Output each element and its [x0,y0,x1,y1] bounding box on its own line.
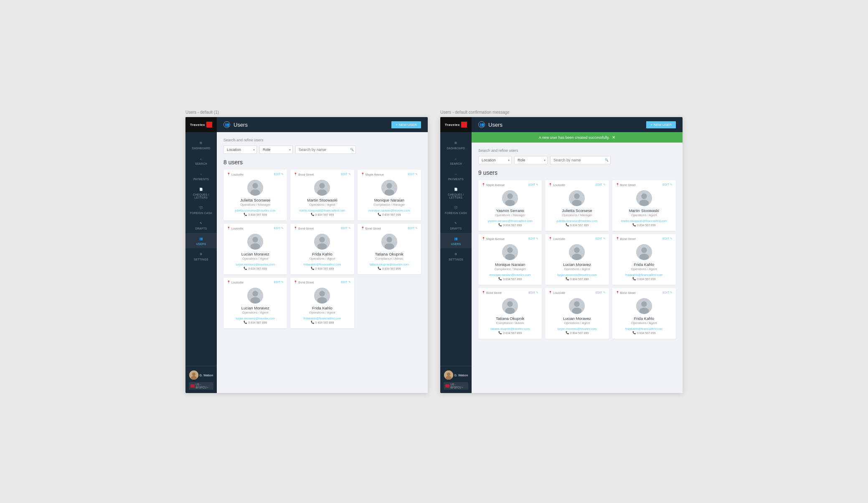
card-edit-button[interactable]: EDIT ✎ [341,281,351,284]
card-location: 📍 Louisville [227,281,244,284]
sidebar-item-payments[interactable]: ↔ PAYMENTS [440,168,472,184]
svg-point-26 [317,297,327,304]
user-profile[interactable]: G. Watson [442,369,470,381]
banner-close-button[interactable]: ✕ [612,135,615,140]
card-user-role: Operations / Agent [631,213,657,217]
card-user-email: julietta.scorsese@travelex.com [557,220,597,222]
card-edit-button[interactable]: EDIT ✎ [596,183,606,186]
card-user-name: Frida Kahlo [634,262,655,267]
card-edit-button[interactable]: EDIT ✎ [274,281,284,284]
card-user-email: monique.naraian@travelex.com [368,209,410,212]
user-profile[interactable]: G. Watson [187,369,215,381]
sidebar-item-foreign[interactable]: 💱 FOREIGN CASH [185,202,217,217]
card-user-name: Martin Stoowaski [629,208,659,213]
card-edit-button[interactable]: EDIT ✎ [529,237,539,240]
svg-point-47 [639,254,649,260]
location-filter[interactable]: Location [478,156,512,164]
search-input[interactable] [295,146,356,154]
location-filter[interactable]: Location [223,146,257,154]
card-user-role: Operations / Manager [495,213,525,217]
location-pin-icon: 📍 [616,237,619,240]
card-edit-button[interactable]: EDIT ✎ [341,173,351,176]
sidebar-item-users[interactable]: 👥 USERS [440,233,472,248]
card-edit-button[interactable]: EDIT ✎ [529,291,539,294]
new-user-button[interactable]: + NEW USER [391,121,421,128]
svg-point-34 [574,194,580,199]
card-edit-button[interactable]: EDIT ✎ [408,173,418,176]
sidebar-item-dashboard[interactable]: ⊞ DASHBOARD [185,137,217,153]
user-card: 📍 Bond Street EDIT ✎ Tatiana Okupnik Com… [478,288,542,339]
user-card: 📍 Maple Avenue EDIT ✎ Monique Naraian Co… [478,234,542,285]
card-user-email: fridakahlo@financialfirst.com [625,273,663,276]
sidebar-item-search[interactable]: ⌕ SEARCH [440,153,472,168]
card-user-role: Operations / Agent [242,311,268,314]
app-frame-screen2: Travelex ⊞ DASHBOARD ⌕ SEARCH ↔ PAYMENTS… [440,117,683,393]
org-badge[interactable]: US - BFSFCU › [444,382,468,390]
org-label: US - BFSFCU › [450,383,467,389]
sidebar-label-foreign: FOREIGN CASH [445,212,467,214]
role-filter[interactable]: Role [514,156,548,164]
card-edit-button[interactable]: EDIT ✎ [529,183,539,186]
location-pin-icon: 📍 [482,237,485,240]
sidebar-item-foreign[interactable]: 💱 FOREIGN CASH [440,202,472,217]
role-filter[interactable]: Role [259,146,293,154]
sidebar-item-dashboard[interactable]: ⊞ DASHBOARD [440,137,472,153]
card-location: 📍 Bond Street [616,237,636,240]
card-edit-button[interactable]: EDIT ✎ [662,183,673,186]
role-filter-wrap: Role [259,146,293,154]
user-avatar-card [569,298,585,314]
card-user-name: Julietta Scorsese [562,208,592,213]
location-text: Maple Avenue [365,173,384,176]
user-avatar-card [314,180,330,196]
phone-number: 0 834 567 899 [382,213,401,216]
sidebar-item-cheques[interactable]: 📄 CHEQUES / LETTERS [440,184,472,202]
card-user-role: Compliance / Admin [375,257,403,260]
sidebar-label-users: USERS [196,243,206,245]
sidebar-item-payments[interactable]: ↔ PAYMENTS [185,168,217,184]
svg-point-5 [251,189,260,196]
user-card: 📍 Bond Street EDIT ✎ Frida Kahlo Operati… [612,288,676,339]
card-edit-button[interactable]: EDIT ✎ [596,237,606,240]
card-edit-button[interactable]: EDIT ✎ [662,237,673,240]
new-user-button[interactable]: + NEW USER [646,121,676,128]
search-input[interactable] [550,156,611,164]
card-edit-button[interactable]: EDIT ✎ [662,291,673,294]
sidebar-item-search[interactable]: ⌕ SEARCH [185,153,217,168]
sidebar-item-users[interactable]: 👥 USERS [185,233,217,248]
user-avatar-card [247,288,263,304]
location-pin-icon: 📍 [548,183,552,186]
phone-icon: 📞 [311,213,315,216]
card-user-role: Operations / Agent [309,203,335,207]
location-text: Maple Avenue [486,184,505,186]
card-edit-button[interactable]: EDIT ✎ [274,173,284,176]
main-content: 👥 Users + NEW USER A new user has been c… [472,117,683,393]
svg-point-19 [386,237,392,243]
user-avatar-card [381,180,397,196]
location-text: Louisville [231,173,244,176]
org-badge[interactable]: US - BFSFCU › [189,382,213,390]
card-user-email: yasmin.serrano@financialfirst.com [488,220,533,222]
location-pin-icon: 📍 [482,291,485,294]
user-card: 📍 Bond Street EDIT ✎ Frida Kahlo Operati… [612,234,676,285]
card-user-name: Lucian Moravez [563,316,591,321]
card-edit-button[interactable]: EDIT ✎ [274,227,284,230]
sidebar-item-cheques[interactable]: 📄 CHEQUES / LETTERS [185,184,217,202]
card-edit-button[interactable]: EDIT ✎ [596,291,606,294]
card-user-phone: 📞 0 834 567 899 [244,321,267,324]
location-filter-wrap: Location [223,146,257,154]
user-avatar-card [314,234,330,250]
page-title: Users [233,122,388,128]
card-edit-button[interactable]: EDIT ✎ [408,227,418,230]
sidebar-label-search: SEARCH [195,162,207,165]
users-count: 9 users [478,169,676,176]
sidebar-item-drafts[interactable]: ✎ DRAFTS [185,217,217,233]
sidebar-item-drafts[interactable]: ✎ DRAFTS [440,217,472,233]
svg-point-1 [192,373,195,376]
search-icon: ⌕ [453,156,459,161]
user-card: 📍 Louisville EDIT ✎ Lucian Moravez Opera… [223,224,287,274]
sidebar: Travelex ⊞ DASHBOARD ⌕ SEARCH ↔ PAYMENTS… [185,117,217,393]
card-edit-button[interactable]: EDIT ✎ [341,227,351,230]
sidebar-item-settings[interactable]: ⚙ SETTINGS [185,248,217,264]
svg-point-17 [317,243,327,250]
sidebar-item-settings[interactable]: ⚙ SETTINGS [440,248,472,264]
